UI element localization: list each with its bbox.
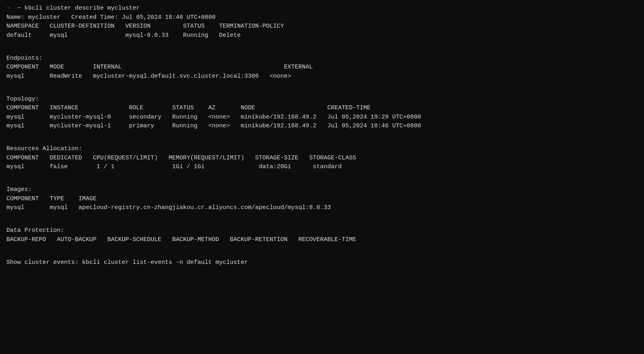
cluster-info-line: Name: mycluster Created Time: Jul 05,202… — [6, 13, 638, 22]
section3-headers: COMPONENT INSTANCE ROLE STATUS AZ NODE C… — [6, 104, 638, 113]
section4-row1: mysql false 1 / 1 1Gi / 1Gi data:20Gi st… — [6, 163, 638, 172]
data-protection-label: Data Protection: — [6, 226, 638, 235]
section2-row1: mysql ReadWrite mycluster-mysql.default.… — [6, 72, 638, 81]
section5-row1: mysql mysql apecloud-registry.cn-zhangji… — [6, 203, 638, 213]
empty-line-6 — [6, 244, 638, 253]
empty-line-5 — [6, 213, 638, 222]
topology-label: Topology: — [6, 95, 638, 104]
empty-line-1 — [6, 40, 638, 49]
images-label: Images: — [6, 185, 638, 195]
empty-line-3 — [6, 131, 638, 140]
section6-headers: BACKUP-REPO AUTO-BACKUP BACKUP-SCHEDULE … — [6, 235, 638, 245]
section4-headers: COMPONENT DEDICATED CPU(REQUEST/LIMIT) M… — [6, 154, 638, 163]
empty-line-4 — [6, 172, 638, 181]
section5-headers: COMPONENT TYPE IMAGE — [6, 195, 638, 204]
prompt-line: → ~ kbcli cluster describe mycluster — [6, 4, 638, 13]
section1-row1: default mysql mysql-8.0.33 Running Delet… — [6, 31, 638, 40]
endpoints-label: Endpoints: — [6, 54, 638, 63]
section1-headers: NAMESPACE CLUSTER-DEFINITION VERSION STA… — [6, 22, 638, 31]
empty-line-2 — [6, 81, 638, 90]
footer-line: Show cluster events: kbcli cluster list-… — [6, 258, 638, 268]
prompt-arrow: → — [6, 5, 10, 12]
prompt-rest: ~ kbcli cluster describe mycluster — [10, 5, 140, 12]
section3-row2: mysql mycluster-mysql-1 primary Running … — [6, 122, 638, 131]
resources-label: Resources Allocation: — [6, 145, 638, 154]
terminal: → ~ kbcli cluster describe mycluster Nam… — [6, 4, 638, 267]
section2-headers: COMPONENT MODE INTERNAL EXTERNAL — [6, 63, 638, 72]
section3-row1: mysql mycluster-mysql-0 secondary Runnin… — [6, 113, 638, 122]
